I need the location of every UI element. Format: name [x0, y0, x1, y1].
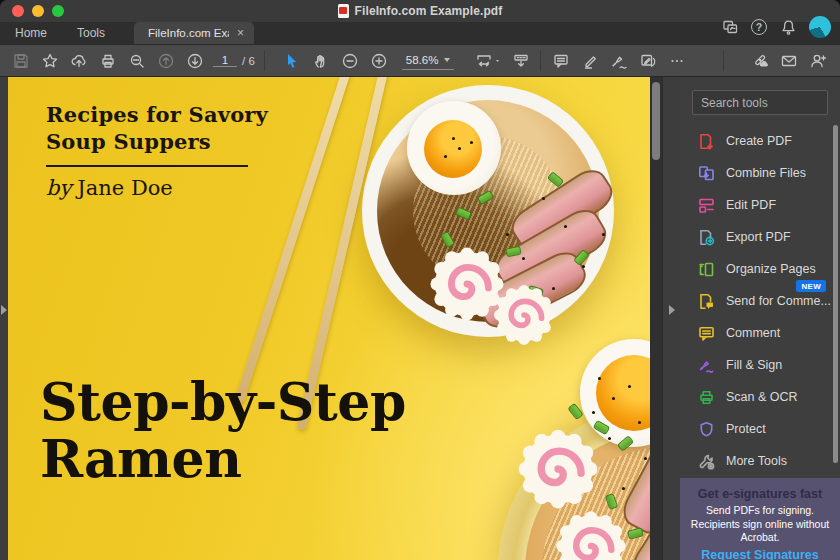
tool-send-for-comments[interactable]: NEW Send for Comme... [680, 285, 840, 317]
notifications-bell-icon[interactable] [778, 17, 798, 37]
tools-sidebar: Create PDF Combine Files Edit PDF [680, 77, 840, 560]
promo-title: Get e-signatures fast [680, 487, 840, 501]
request-signatures-link[interactable]: Request Signatures [701, 548, 818, 560]
tool-more-tools[interactable]: More Tools [680, 445, 840, 477]
feedback-icon[interactable] [720, 17, 740, 37]
promo-body: Send PDFs for signing. Recipients sign o… [680, 504, 840, 545]
comment-tool-icon[interactable] [546, 48, 575, 74]
next-page-icon[interactable] [180, 48, 209, 74]
print-icon[interactable] [93, 48, 122, 74]
toolbar-separator [264, 51, 265, 71]
find-icon[interactable] [122, 48, 151, 74]
search-tools-input[interactable] [692, 90, 828, 115]
egg-yolk [424, 120, 482, 178]
tools-pane-strip [662, 77, 680, 560]
zoom-level-dropdown[interactable]: 58.6% [402, 52, 455, 70]
tool-export-pdf[interactable]: Export PDF [680, 221, 840, 253]
save-icon[interactable] [6, 48, 35, 74]
send-for-comments-icon [698, 293, 715, 310]
narutomaki-slice [516, 427, 600, 511]
tool-scan-ocr[interactable]: Scan & OCR [680, 381, 840, 413]
recipe-heading-block: Recipes for Savory Soup Suppers byJane D… [46, 101, 268, 200]
tool-create-pdf[interactable]: Create PDF [680, 125, 840, 157]
navigation-pane-strip [0, 77, 8, 560]
tool-fill-sign[interactable]: Fill & Sign [680, 349, 840, 381]
title-bar: FileInfo.com Example.pdf [0, 0, 840, 22]
tool-comment[interactable]: Comment [680, 317, 840, 349]
heading-rule [46, 165, 248, 167]
share-link-icon[interactable] [745, 48, 774, 74]
share-cloud-icon[interactable] [64, 48, 93, 74]
narutomaki-slice [554, 509, 628, 560]
create-pdf-icon [698, 133, 715, 150]
page-total-label: / 6 [242, 55, 255, 67]
zoom-level-value: 58.6% [406, 54, 439, 66]
fill-sign-icon [698, 357, 715, 374]
narutomaki-slice [492, 283, 556, 347]
window-title: FileInfo.com Example.pdf [355, 4, 503, 18]
invite-person-icon[interactable] [803, 48, 832, 74]
export-pdf-icon [698, 229, 715, 246]
page-title: Step-by-Step Ramen [40, 373, 406, 487]
hand-tool-icon[interactable] [307, 48, 336, 74]
email-icon[interactable] [774, 48, 803, 74]
byline: byJane Doe [46, 176, 268, 200]
toolbar-separator [723, 51, 724, 71]
document-scrollbar-thumb[interactable] [652, 82, 660, 160]
sidebar-scrollbar-thumb[interactable] [833, 125, 838, 463]
select-tool-icon[interactable] [278, 48, 307, 74]
zoom-out-icon[interactable] [336, 48, 365, 74]
tab-bar: Home Tools FileInfo.com Exa... × ? [0, 22, 840, 44]
previous-page-icon[interactable] [151, 48, 180, 74]
expand-nav-pane-icon[interactable] [1, 305, 7, 315]
esign-promo-panel: Get e-signatures fast Send PDFs for sign… [680, 478, 840, 560]
tools-list: Create PDF Combine Files Edit PDF [680, 125, 840, 478]
acrobat-window: FileInfo.com Example.pdf Home Tools File… [0, 0, 840, 560]
scan-ocr-icon [698, 389, 715, 406]
sesame-seeds [598, 377, 601, 380]
zoom-in-icon[interactable] [365, 48, 394, 74]
tab-home[interactable]: Home [0, 22, 62, 44]
content-area: Recipes for Savory Soup Suppers byJane D… [0, 77, 840, 560]
collapse-tools-pane-icon[interactable] [669, 305, 675, 315]
send-and-track-icon[interactable] [633, 48, 662, 74]
more-toolbar-options-icon[interactable] [662, 48, 691, 74]
new-badge: NEW [796, 280, 826, 292]
page-navigation: / 6 [213, 54, 255, 67]
organize-pages-icon [698, 261, 715, 278]
tab-document[interactable]: FileInfo.com Exa... × [134, 22, 254, 44]
recipe-heading: Recipes for Savory Soup Suppers [46, 101, 268, 155]
header-icons: ? [720, 16, 831, 38]
edit-pdf-icon [698, 197, 715, 214]
egg-yolk [596, 355, 650, 431]
tab-document-label: FileInfo.com Exa... [148, 27, 229, 39]
account-avatar[interactable] [809, 16, 831, 38]
star-icon[interactable] [35, 48, 64, 74]
soft-boiled-egg [407, 101, 501, 195]
highlight-tool-icon[interactable] [575, 48, 604, 74]
share-group [718, 48, 832, 74]
document-scrollbar[interactable] [650, 77, 662, 560]
tool-edit-pdf[interactable]: Edit PDF [680, 189, 840, 221]
sesame-seeds [452, 137, 455, 140]
more-tools-icon [698, 453, 715, 470]
chevron-down-icon [444, 58, 450, 62]
tool-protect[interactable]: Protect [680, 413, 840, 445]
page-number-input[interactable] [213, 54, 237, 67]
window-title-group: FileInfo.com Example.pdf [0, 0, 840, 22]
pdf-page[interactable]: Recipes for Savory Soup Suppers byJane D… [8, 77, 650, 560]
tab-close-icon[interactable]: × [237, 27, 244, 39]
help-icon[interactable]: ? [751, 19, 767, 35]
sign-tool-icon[interactable] [604, 48, 633, 74]
fit-width-dropdown[interactable] [470, 48, 506, 74]
tab-tools[interactable]: Tools [62, 22, 120, 44]
tool-combine-files[interactable]: Combine Files [680, 157, 840, 189]
comment-icon [698, 325, 715, 342]
main-toolbar: / 6 58.6% [0, 44, 840, 77]
toolbar-separator [540, 51, 541, 71]
pdf-file-icon [338, 4, 349, 18]
page-scrolling-icon[interactable] [506, 48, 535, 74]
combine-files-icon [698, 165, 715, 182]
protect-icon [698, 421, 715, 438]
